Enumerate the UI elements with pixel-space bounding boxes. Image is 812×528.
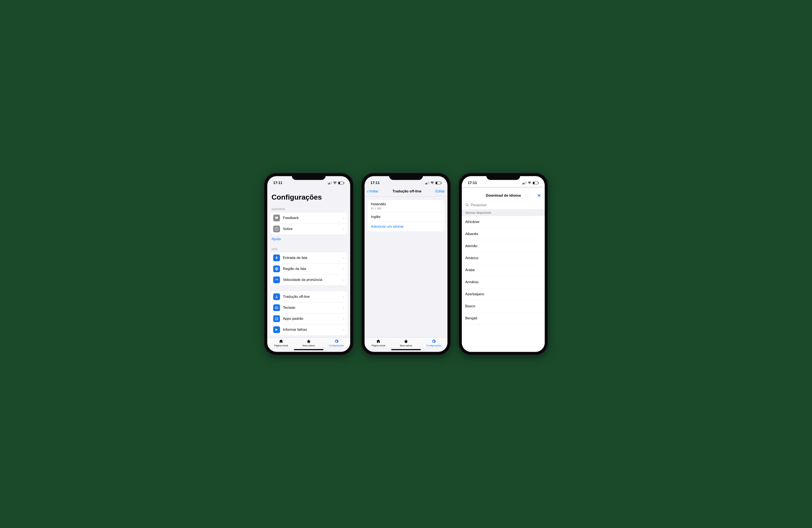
row-default-apps[interactable]: Apps padrão › (270, 313, 347, 324)
notch (487, 173, 520, 180)
row-offline[interactable]: Tradução off-line › (270, 291, 347, 302)
row-speech-speed[interactable]: Velocidade da pronúncia › (270, 274, 347, 285)
row-report[interactable]: Informar falhas › (270, 324, 347, 335)
phone-download: 17:11 28 Download de idioma ✕ Idiomas di… (459, 173, 548, 355)
battery-icon: 28 (533, 182, 539, 184)
svg-rect-5 (275, 307, 278, 309)
chevron-icon: › (343, 227, 344, 231)
star-icon (306, 339, 311, 344)
search-field[interactable] (462, 201, 545, 209)
svg-rect-1 (276, 229, 277, 230)
chevron-left-icon: ‹ (367, 188, 369, 194)
report-icon (273, 326, 280, 333)
section-voice-label: VOZ (267, 244, 350, 252)
star-icon (403, 339, 409, 344)
tab-saved[interactable]: Itens salvos (295, 339, 323, 347)
section-header: Idiomas disponíveis (462, 209, 545, 216)
download-icon (273, 293, 280, 300)
chevron-icon: › (343, 317, 344, 321)
search-icon (465, 203, 469, 207)
feedback-icon (273, 215, 280, 221)
mic-icon (273, 255, 280, 261)
phone-settings: 17:11 28 Configurações SUPORTE Feedback … (264, 173, 353, 355)
gear-icon (431, 339, 436, 344)
wifi-icon (430, 181, 434, 184)
row-feedback[interactable]: Feedback › (270, 212, 347, 224)
row-label: Entrada de fala (283, 256, 343, 260)
chevron-icon: › (343, 306, 344, 310)
status-time: 17:11 (273, 181, 309, 185)
phone-offline: 17:11 28 ‹ Voltar Tradução off-line Edit… (362, 173, 450, 355)
chevron-icon: › (343, 328, 344, 332)
lang-item[interactable]: Armênio (462, 276, 545, 288)
chevron-icon: › (343, 278, 344, 282)
close-button[interactable]: ✕ (537, 193, 541, 198)
lang-name: Holandês (371, 202, 441, 206)
back-label: Voltar (369, 189, 378, 194)
add-language-button[interactable]: Adicionar um idioma (367, 222, 445, 231)
svg-point-2 (276, 228, 277, 228)
lang-item[interactable]: Africâner (462, 216, 545, 228)
speed-icon (273, 276, 280, 283)
globe-icon (273, 266, 280, 272)
home-icon (278, 339, 284, 344)
svg-rect-6 (276, 307, 276, 308)
tab-home[interactable]: Página inicial (267, 339, 295, 347)
info-icon (273, 226, 280, 232)
tab-label: Configurações (426, 344, 441, 347)
status-time: 17:11 (371, 181, 406, 185)
row-keyboard[interactable]: Teclado › (270, 302, 347, 313)
row-about[interactable]: Sobre › (270, 224, 347, 235)
chevron-icon: › (343, 216, 344, 220)
tab-settings[interactable]: Configurações (420, 339, 447, 347)
tab-settings[interactable]: Configurações (322, 339, 350, 347)
language-list[interactable]: Africâner Albanês Alemão Amárico Árabe A… (462, 216, 545, 352)
lang-item[interactable]: Azerbaijano (462, 288, 545, 300)
row-label: Tradução off-line (283, 295, 343, 299)
lang-item[interactable]: Bengali (462, 312, 545, 325)
edit-button[interactable]: Editar (436, 189, 445, 194)
tab-saved[interactable]: Itens salvos (392, 339, 420, 347)
lang-item[interactable]: Albanês (462, 228, 545, 240)
tab-label: Página inicial (372, 344, 385, 347)
home-indicator[interactable] (267, 347, 350, 352)
svg-rect-10 (275, 317, 278, 320)
lang-row-dutch[interactable]: Holandês 81,1 MB (367, 200, 445, 212)
page-title: Configurações (267, 187, 350, 204)
home-indicator[interactable] (365, 347, 447, 352)
home-icon (376, 339, 381, 344)
search-input[interactable] (471, 203, 541, 207)
lang-item[interactable]: Árabe (462, 264, 545, 276)
help-link[interactable]: Ajuda (267, 235, 350, 244)
lang-row-english[interactable]: Inglês (367, 212, 445, 222)
nav-bar: ‹ Voltar Tradução off-line Editar (365, 187, 447, 197)
svg-rect-3 (276, 256, 277, 258)
row-label: Apps padrão (283, 317, 343, 321)
lang-item[interactable]: Alemão (462, 240, 545, 252)
row-speech-region[interactable]: Região da fala › (270, 263, 347, 274)
signal-icon (523, 181, 526, 184)
section-support-label: SUPORTE (267, 204, 350, 212)
tab-bar: Página inicial Itens salvos Configuraçõe… (267, 337, 350, 347)
svg-rect-8 (277, 307, 277, 308)
row-speech-input[interactable]: Entrada de fala › (270, 252, 347, 263)
add-label: Adicionar um idioma (371, 225, 441, 229)
lang-item[interactable]: Basco (462, 300, 545, 312)
lang-item[interactable]: Amárico (462, 252, 545, 264)
wifi-icon (527, 181, 532, 184)
modal-sheet: Download de idioma ✕ Idiomas disponíveis… (462, 188, 545, 352)
wifi-icon (333, 181, 337, 184)
tab-label: Itens salvos (400, 344, 412, 347)
row-label: Velocidade da pronúncia (283, 278, 343, 282)
row-label: Teclado (283, 306, 343, 310)
back-button[interactable]: ‹ Voltar (367, 188, 378, 194)
keyboard-icon (273, 304, 280, 311)
row-label: Sobre (283, 227, 343, 231)
modal-header: Download de idioma ✕ (462, 190, 545, 201)
tab-home[interactable]: Página inicial (365, 339, 392, 347)
other-card: Tradução off-line › Teclado › Apps padrã… (270, 291, 347, 335)
notch (389, 173, 423, 180)
row-label: Região da fala (283, 267, 343, 271)
signal-icon (425, 181, 429, 184)
voice-card: Entrada de fala › Região da fala › Veloc… (270, 252, 347, 285)
